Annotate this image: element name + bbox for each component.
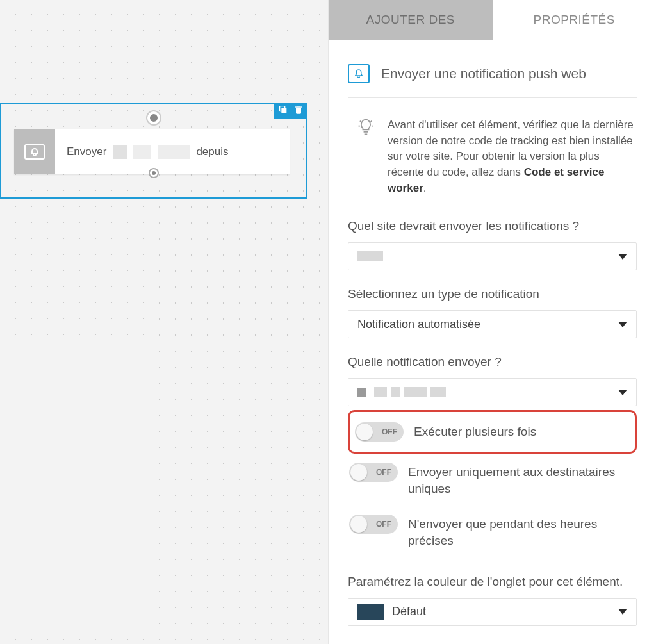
- color-value-label: Défaut: [392, 605, 426, 618]
- connector-bottom[interactable]: [149, 168, 159, 178]
- section-title: Envoyer une notification push web: [381, 66, 586, 81]
- hint-row: Avant d'utiliser cet élément, vérifiez q…: [348, 98, 637, 202]
- panel-body: Envoyer une notification push web Avant …: [329, 40, 656, 644]
- field-site: Quel site devrait envoyer les notificati…: [348, 219, 637, 270]
- toggle-row-run-multiple: OFF Exécuter plusieurs fois: [348, 410, 637, 454]
- toggle-label: N'envoyer que pendant des heures précise…: [408, 515, 636, 549]
- toggle-row-hours: OFF N'envoyer que pendant des heures pré…: [348, 506, 637, 557]
- properties-panel: AJOUTER DES PROPRIÉTÉS Envoyer une notif…: [328, 0, 656, 644]
- toggle-label: Exécuter plusieurs fois: [414, 422, 536, 440]
- select-color[interactable]: Défaut: [348, 598, 637, 626]
- redacted-text: [158, 145, 190, 159]
- push-notification-icon: [14, 129, 55, 174]
- toggle-specific-hours[interactable]: OFF: [349, 515, 398, 534]
- select-type-value: Notification automatisée: [357, 318, 480, 331]
- toggle-knob: [350, 516, 367, 533]
- lightbulb-icon: [357, 117, 375, 196]
- field-label-type: Sélectionnez un type de notification: [348, 287, 637, 301]
- panel-tabs: AJOUTER DES PROPRIÉTÉS: [329, 0, 656, 40]
- hint-text: Avant d'utiliser cet élément, vérifiez q…: [388, 117, 637, 196]
- field-color: Paramétrez la couleur de l'onglet pour c…: [348, 575, 637, 626]
- toggle-label: Envoyer uniquement aux destinataires uni…: [408, 463, 636, 497]
- redacted-value: [357, 251, 383, 261]
- field-which: Quelle notification envoyer ?: [348, 355, 637, 406]
- toggle-knob: [356, 424, 373, 440]
- section-header: Envoyer une notification push web: [348, 64, 637, 98]
- toggle-run-multiple[interactable]: OFF: [355, 422, 404, 442]
- toggle-row-unique: OFF Envoyer uniquement aux destinataires…: [348, 454, 637, 506]
- dot-grid: [0, 0, 328, 644]
- svg-rect-3: [295, 106, 302, 107]
- toggle-state: OFF: [382, 422, 397, 442]
- redacted-text: [133, 145, 151, 159]
- chevron-down-icon: [618, 390, 627, 395]
- svg-rect-2: [297, 106, 300, 106]
- workflow-node-selected[interactable]: Envoyer depuis: [0, 103, 308, 199]
- chevron-down-icon: [618, 254, 627, 260]
- redacted-text: [113, 145, 127, 159]
- tab-properties[interactable]: PROPRIÉTÉS: [493, 0, 657, 40]
- chevron-down-icon: [618, 609, 627, 615]
- field-type: Sélectionnez un type de notification Not…: [348, 287, 637, 338]
- delete-icon[interactable]: [293, 104, 304, 117]
- connector-top[interactable]: [146, 110, 161, 126]
- field-label-color: Paramétrez la couleur de l'onglet pour c…: [348, 575, 637, 589]
- node-action-bar: [274, 103, 308, 119]
- color-swatch: [357, 604, 384, 620]
- toggle-knob: [350, 464, 367, 481]
- workflow-canvas[interactable]: Envoyer depuis: [0, 0, 328, 644]
- duplicate-icon[interactable]: [278, 104, 288, 117]
- toggle-state: OFF: [376, 463, 391, 482]
- svg-rect-0: [281, 108, 286, 113]
- tab-add[interactable]: AJOUTER DES: [329, 0, 493, 40]
- select-site[interactable]: [348, 242, 637, 270]
- select-type[interactable]: Notification automatisée: [348, 310, 637, 338]
- node-card-body: Envoyer depuis: [55, 145, 290, 159]
- node-text-after: depuis: [196, 145, 228, 158]
- toggle-state: OFF: [376, 515, 391, 534]
- chevron-down-icon: [618, 322, 627, 327]
- color-value-wrapper: Défaut: [357, 604, 426, 620]
- push-notification-icon: [348, 64, 370, 83]
- field-label-site: Quel site devrait envoyer les notificati…: [348, 219, 637, 233]
- redacted-value: [357, 387, 446, 397]
- svg-rect-4: [25, 145, 44, 159]
- field-label-which: Quelle notification envoyer ?: [348, 355, 637, 369]
- node-text-before: Envoyer: [67, 145, 106, 158]
- select-which[interactable]: [348, 378, 637, 406]
- toggle-unique-recipients[interactable]: OFF: [349, 463, 398, 482]
